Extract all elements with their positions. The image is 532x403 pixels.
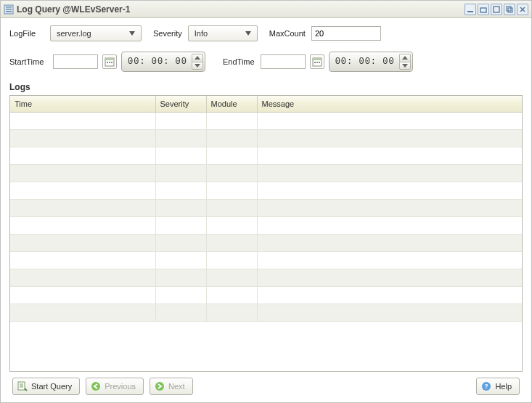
endtime-label: EndTime (223, 57, 255, 66)
cell-module (206, 234, 257, 251)
cell-module (206, 164, 257, 182)
starttime-date-input[interactable] (53, 54, 98, 69)
spinner-down-icon[interactable] (192, 62, 203, 70)
col-module[interactable]: Module (206, 96, 257, 112)
cell-time (10, 199, 155, 216)
svg-rect-1 (6, 7, 12, 8)
col-severity[interactable]: Severity (155, 96, 206, 112)
table-row[interactable] (10, 304, 522, 321)
cell-time (10, 216, 155, 234)
cell-module (206, 129, 257, 147)
cell-time (10, 129, 155, 147)
help-button[interactable]: ? Help (476, 378, 520, 395)
minimize-button[interactable] (465, 4, 476, 15)
svg-text:?: ? (485, 383, 489, 390)
svg-rect-13 (111, 62, 112, 63)
cell-time (10, 269, 155, 286)
table-row[interactable] (10, 129, 522, 147)
cell-severity (155, 182, 206, 199)
cell-module (206, 199, 257, 216)
cell-module (206, 216, 257, 234)
cell-time (10, 164, 155, 182)
cell-message (257, 199, 522, 216)
next-button[interactable]: Next (150, 378, 193, 395)
cell-severity (155, 199, 206, 216)
cell-severity (155, 216, 206, 234)
endtime-date-input[interactable] (261, 54, 306, 69)
cell-module (206, 251, 257, 269)
cell-severity (155, 112, 206, 129)
endtime-time-spinner[interactable]: 00: 00: 00 (329, 52, 413, 72)
maxcount-input[interactable] (311, 26, 381, 41)
cell-message (257, 129, 522, 147)
cell-module (206, 147, 257, 164)
svg-rect-4 (467, 11, 473, 12)
table-row[interactable] (10, 164, 522, 182)
svg-point-21 (155, 382, 164, 391)
logfile-label: LogFile (9, 29, 44, 38)
previous-button[interactable]: Previous (86, 378, 144, 395)
maximize-button[interactable] (491, 4, 502, 15)
cell-time (10, 286, 155, 304)
starttime-time-value: 00: 00: 00 (128, 54, 192, 70)
logfile-combo[interactable]: server.log (50, 25, 142, 41)
arrow-left-icon (91, 381, 101, 391)
spinner-up-icon[interactable] (399, 54, 411, 62)
endtime-time-value: 00: 00: 00 (335, 54, 399, 70)
cell-message (257, 251, 522, 269)
cell-time (10, 251, 155, 269)
arrow-right-icon (155, 381, 165, 391)
col-message[interactable]: Message (257, 96, 522, 112)
table-row[interactable] (10, 147, 522, 164)
maxcount-label: MaxCount (269, 29, 306, 38)
cell-severity (155, 234, 206, 251)
window-title: Log Query @WLEvServer-1 (17, 4, 463, 15)
table-row[interactable] (10, 182, 522, 199)
cascade-button[interactable] (504, 4, 515, 15)
spinner-down-icon[interactable] (399, 62, 411, 70)
svg-rect-10 (105, 58, 114, 60)
starttime-calendar-button[interactable] (102, 54, 117, 69)
table-row[interactable] (10, 216, 522, 234)
cell-severity (155, 269, 206, 286)
severity-combo[interactable]: Info (188, 25, 258, 41)
start-query-label: Start Query (31, 382, 72, 391)
logs-section-title: Logs (9, 82, 523, 92)
severity-label: Severity (153, 29, 182, 38)
svg-rect-2 (6, 9, 12, 10)
table-row[interactable] (10, 251, 522, 269)
titlebar: Log Query @WLEvServer-1 (1, 1, 531, 18)
window-icon (4, 4, 14, 15)
cell-message (257, 147, 522, 164)
svg-rect-7 (507, 7, 511, 11)
restore-down-button[interactable] (478, 4, 489, 15)
cell-severity (155, 251, 206, 269)
cell-message (257, 216, 522, 234)
table-row[interactable] (10, 234, 522, 251)
table-row[interactable] (10, 112, 522, 129)
svg-rect-16 (314, 62, 316, 63)
cell-severity (155, 147, 206, 164)
spinner-up-icon[interactable] (192, 54, 203, 62)
cell-module (206, 269, 257, 286)
svg-rect-17 (316, 62, 318, 63)
cell-message (257, 164, 522, 182)
help-label: Help (495, 382, 512, 391)
cell-message (257, 234, 522, 251)
svg-rect-11 (107, 62, 108, 63)
close-button[interactable] (517, 4, 528, 15)
starttime-time-spinner[interactable]: 00: 00: 00 (121, 52, 205, 72)
cell-message (257, 112, 522, 129)
table-row[interactable] (10, 269, 522, 286)
start-query-button[interactable]: Start Query (12, 378, 80, 395)
table-row[interactable] (10, 199, 522, 216)
col-time[interactable]: Time (10, 96, 155, 112)
next-label: Next (168, 382, 185, 391)
logs-table: Time Severity Module Message (9, 95, 523, 372)
table-row[interactable] (10, 286, 522, 304)
svg-point-20 (91, 382, 100, 391)
endtime-calendar-button[interactable] (310, 54, 324, 69)
chevron-down-icon (126, 28, 138, 39)
cell-message (257, 269, 522, 286)
previous-label: Previous (105, 382, 136, 391)
